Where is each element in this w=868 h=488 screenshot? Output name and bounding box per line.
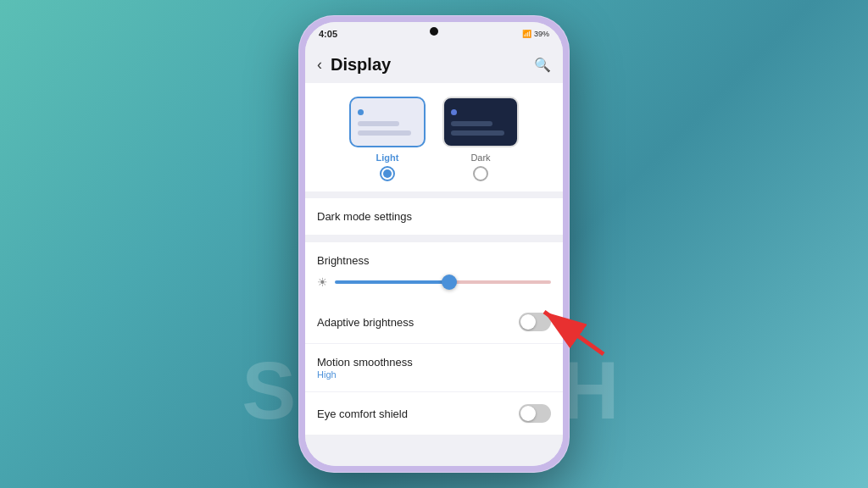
sun-icon: ☀ [317,275,328,289]
light-preview [349,97,426,147]
motion-smoothness-left: Motion smoothness High [317,356,413,380]
motion-smoothness-value: High [317,369,413,380]
theme-option-dark[interactable]: Dark [442,97,519,163]
phone-screen: 4:05 📶 39% ‹ Display 🔍 [305,22,563,466]
eye-comfort-label: Eye comfort shield [317,408,408,420]
dark-label: Dark [470,152,490,163]
dot1 [358,109,364,115]
radio-light[interactable] [349,166,426,181]
brightness-thumb [442,274,457,290]
theme-options: Light Dark [317,97,551,163]
preview-dots-dark [451,109,510,115]
radio-circle-dark [473,166,488,181]
theme-section: Light Dark [305,83,563,191]
adaptive-brightness-item[interactable]: Adaptive brightness [305,301,563,344]
brightness-row: ☀ [317,275,551,289]
battery-icon: 39% [534,30,549,38]
line4 [451,130,504,136]
motion-smoothness-item[interactable]: Motion smoothness High [305,344,563,392]
back-button[interactable]: ‹ [317,56,322,74]
radio-dark[interactable] [442,166,519,181]
light-label: Light [376,152,399,163]
scroll-content: Light Dark [305,83,563,466]
motion-smoothness-label: Motion smoothness [317,356,413,369]
dark-preview [442,97,519,147]
top-bar: ‹ Display 🔍 [305,46,563,83]
theme-option-light[interactable]: Light [349,97,426,163]
camera-notch [430,27,438,36]
status-time: 4:05 [319,29,337,39]
dot2 [451,109,457,115]
eye-comfort-item[interactable]: Eye comfort shield [305,392,563,435]
adaptive-brightness-toggle[interactable] [519,313,551,331]
brightness-label: Brightness [317,254,551,267]
phone-frame: 4:05 📶 39% ‹ Display 🔍 [298,15,570,473]
wifi-icon: 📶 [522,30,531,38]
preview-dots-light [358,109,417,115]
adaptive-brightness-label: Adaptive brightness [317,316,414,329]
phone-outer: 4:05 📶 39% ‹ Display 🔍 [298,15,570,473]
divider2 [305,236,563,242]
eye-comfort-toggle[interactable] [519,404,551,423]
line2 [358,130,411,136]
toggle-thumb-adaptive [520,314,536,330]
toggle-thumb-eye [520,406,536,421]
divider1 [305,191,563,198]
page-title: Display [331,55,526,75]
line1 [358,121,399,126]
dark-mode-settings-item[interactable]: Dark mode settings [305,198,563,236]
brightness-slider[interactable] [335,280,551,284]
radio-row [317,166,551,181]
radio-circle-light [380,166,395,181]
search-button[interactable]: 🔍 [534,57,551,73]
dark-mode-label: Dark mode settings [317,210,412,223]
status-icons: 📶 39% [522,30,549,38]
line3 [451,121,492,126]
brightness-section: Brightness ☀ [305,242,563,301]
